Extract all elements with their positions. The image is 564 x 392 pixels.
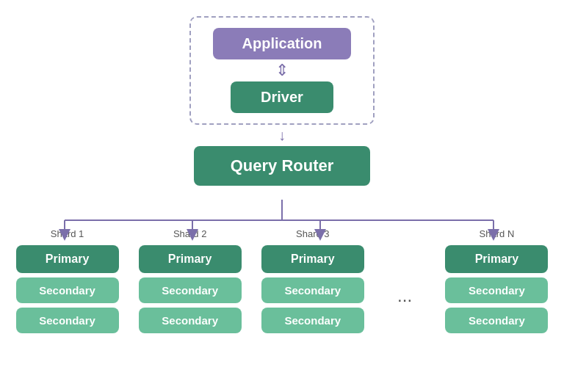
shardN-primary: Primary: [445, 245, 548, 273]
shard3-secondary1: Secondary: [261, 277, 364, 303]
double-arrow: ⇕: [275, 62, 289, 79]
shards-row: Shard 1 Primary Secondary Secondary Shar…: [3, 228, 561, 333]
driver-box: Driver: [231, 81, 333, 113]
diagram-wrapper: Application ⇕ Driver ↓ Query Router Shar…: [0, 0, 564, 392]
shard1-label: Shard 1: [51, 228, 84, 239]
shard-col-n: Shard N Primary Secondary Secondary: [435, 228, 558, 333]
application-label: Application: [242, 35, 322, 51]
application-driver-group: Application ⇕ Driver: [189, 16, 375, 125]
driver-label: Driver: [261, 89, 303, 105]
shard2-primary: Primary: [139, 245, 242, 273]
shard1-secondary2: Secondary: [16, 308, 119, 333]
shard2-secondary1: Secondary: [139, 277, 242, 303]
top-section: Application ⇕ Driver ↓ Query Router: [189, 7, 375, 186]
query-router-label: Query Router: [231, 156, 334, 175]
shard3-label: Shard 3: [296, 228, 330, 239]
shardN-secondary2: Secondary: [445, 308, 548, 333]
shard1-primary: Primary: [16, 245, 119, 273]
shard-col-1: Shard 1 Primary Secondary Secondary: [6, 228, 129, 333]
shardN-secondary1: Secondary: [445, 277, 548, 303]
shard1-secondary1: Secondary: [16, 277, 119, 303]
ellipsis-separator: ···: [374, 228, 435, 333]
shard2-label: Shard 2: [173, 228, 207, 239]
shard3-secondary2: Secondary: [261, 308, 364, 333]
shardN-label: Shard N: [480, 228, 515, 239]
shard-col-2: Shard 2 Primary Secondary Secondary: [129, 228, 251, 333]
shard3-primary: Primary: [261, 245, 364, 273]
shard-col-3: Shard 3 Primary Secondary Secondary: [251, 228, 374, 333]
query-router-box: Query Router: [194, 146, 371, 186]
shard2-secondary2: Secondary: [139, 308, 242, 333]
application-box: Application: [213, 28, 352, 59]
driver-to-qr-arrow: ↓: [278, 127, 286, 144]
